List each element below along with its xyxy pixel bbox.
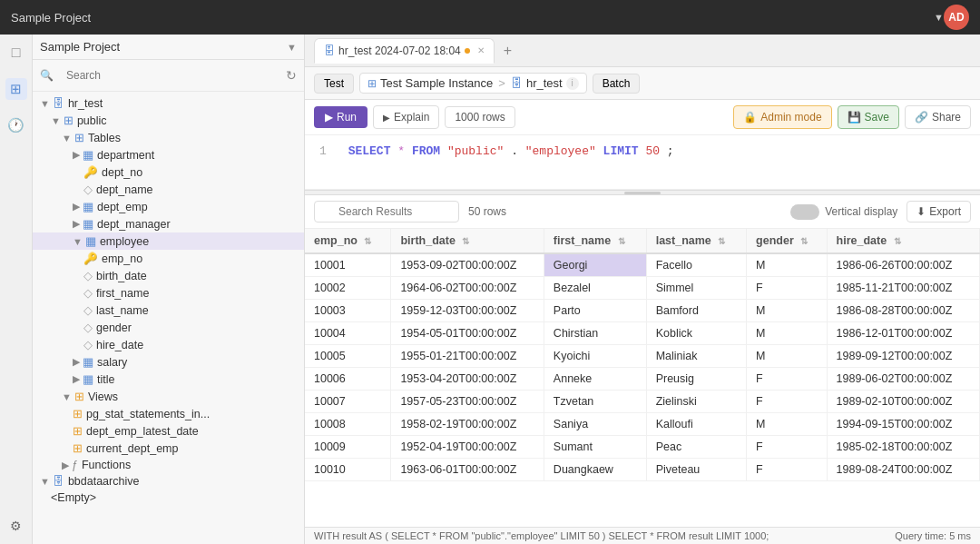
code-editor[interactable]: 1 SELECT * FROM "public" . "employee" LI… xyxy=(305,135,980,190)
tree-item-hire-date[interactable]: ◇ hire_date xyxy=(33,336,304,353)
table-cell[interactable]: M xyxy=(747,413,827,436)
table-cell[interactable]: 10010 xyxy=(305,459,391,481)
table-cell[interactable]: F xyxy=(747,277,827,300)
col-header-first-name[interactable]: first_name ⇅ xyxy=(544,229,646,253)
tree-item-functions[interactable]: ▶ ƒ Functions xyxy=(33,457,304,473)
tree-item-employee[interactable]: ▼ ▦ employee xyxy=(33,232,304,250)
col-header-last-name[interactable]: last_name ⇅ xyxy=(646,229,746,253)
table-cell[interactable]: Bamford xyxy=(646,300,746,322)
table-cell[interactable]: 1953-09-02T00:00:00Z xyxy=(391,253,544,277)
tree-item-first-name[interactable]: ◇ first_name xyxy=(33,284,304,302)
table-cell[interactable]: 1959-12-03T00:00:00Z xyxy=(391,300,544,322)
tree-item-department[interactable]: ▶ ▦ department xyxy=(33,146,304,163)
tree-item-gender[interactable]: ◇ gender xyxy=(33,319,304,336)
table-cell[interactable]: 10008 xyxy=(305,413,391,436)
table-cell[interactable]: 10003 xyxy=(305,300,391,322)
table-cell[interactable]: 1985-02-18T00:00:00Z xyxy=(827,436,979,459)
sidebar-refresh-button[interactable]: ↻ xyxy=(286,68,297,83)
table-cell[interactable]: 10007 xyxy=(305,391,391,413)
table-cell[interactable]: Tzvetan xyxy=(544,391,646,413)
table-cell[interactable]: 1964-06-02T00:00:00Z xyxy=(391,277,544,300)
table-cell[interactable]: 1994-09-15T00:00:00Z xyxy=(827,413,979,436)
table-cell[interactable]: F xyxy=(747,368,827,391)
run-button[interactable]: ▶ Run xyxy=(314,106,368,128)
tree-item-hr-test[interactable]: ▼ 🗄 hr_test xyxy=(33,95,304,112)
table-cell[interactable]: Zielinski xyxy=(646,391,746,413)
table-cell[interactable]: 10004 xyxy=(305,322,391,345)
table-cell[interactable]: Chirstian xyxy=(544,322,646,345)
breadcrumb-instance[interactable]: ⊞ Test Sample Instance > 🗄 hr_test i xyxy=(359,73,587,94)
admin-mode-button[interactable]: 🔒 Admin mode xyxy=(733,105,831,129)
tree-item-dept-emp[interactable]: ▶ ▦ dept_emp xyxy=(33,198,304,215)
test-button[interactable]: Test xyxy=(314,74,354,94)
tree-item-bbdataarchive[interactable]: ▼ 🗄 bbdataarchive xyxy=(33,473,304,490)
table-cell[interactable]: Saniya xyxy=(544,413,646,436)
col-header-gender[interactable]: gender ⇅ xyxy=(747,229,827,253)
table-cell[interactable]: 10001 xyxy=(305,253,391,277)
table-cell[interactable]: 1989-08-24T00:00:00Z xyxy=(827,459,979,481)
tree-item-last-name[interactable]: ◇ last_name xyxy=(33,302,304,319)
table-cell[interactable]: 1989-02-10T00:00:00Z xyxy=(827,391,979,413)
table-cell[interactable]: 1955-01-21T00:00:00Z xyxy=(391,345,544,368)
table-cell[interactable]: Maliniak xyxy=(646,345,746,368)
table-cell[interactable]: 1986-12-01T00:00:00Z xyxy=(827,322,979,345)
table-cell[interactable]: F xyxy=(747,459,827,481)
table-cell[interactable]: 10009 xyxy=(305,436,391,459)
table-cell[interactable]: M xyxy=(747,345,827,368)
col-header-hire-date[interactable]: hire_date ⇅ xyxy=(827,229,979,253)
table-cell[interactable]: Bezalel xyxy=(544,277,646,300)
table-cell[interactable]: 1989-06-02T00:00:00Z xyxy=(827,368,979,391)
tree-item-birth-date[interactable]: ◇ birth_date xyxy=(33,267,304,284)
table-cell[interactable]: 1952-04-19T00:00:00Z xyxy=(391,436,544,459)
tree-item-title[interactable]: ▶ ▦ title xyxy=(33,371,304,388)
tab-add-button[interactable]: + xyxy=(498,43,517,59)
tree-item-public[interactable]: ▼ ⊞ public xyxy=(33,112,304,129)
table-cell[interactable]: Sumant xyxy=(544,436,646,459)
table-cell[interactable]: 10005 xyxy=(305,345,391,368)
project-dropdown[interactable]: ▼ xyxy=(934,12,944,23)
sidebar-search-input[interactable] xyxy=(59,65,280,85)
sidebar-icon-history[interactable]: 🕐 xyxy=(5,114,27,136)
tab-close-button[interactable]: ✕ xyxy=(477,45,485,55)
table-cell[interactable]: M xyxy=(747,300,827,322)
save-button[interactable]: 💾 Save xyxy=(838,105,899,129)
tree-item-dept-manager[interactable]: ▶ ▦ dept_manager xyxy=(33,215,304,232)
tree-item-views[interactable]: ▼ ⊞ Views xyxy=(33,388,304,405)
table-cell[interactable]: F xyxy=(747,436,827,459)
share-button[interactable]: 🔗 Share xyxy=(905,105,971,129)
results-search-input[interactable] xyxy=(314,201,459,223)
rows-limit-badge[interactable]: 1000 rows xyxy=(445,106,514,128)
export-button[interactable]: ⬇ Export xyxy=(906,201,971,223)
sidebar-icon-database[interactable]: □ xyxy=(5,42,27,64)
table-cell[interactable]: 1986-06-26T00:00:00Z xyxy=(827,253,979,277)
table-cell[interactable]: Piveteau xyxy=(646,459,746,481)
sidebar-icon-schema[interactable]: ⊞ xyxy=(5,78,27,100)
vertical-display-toggle[interactable] xyxy=(790,204,819,220)
table-cell[interactable]: Koblick xyxy=(646,322,746,345)
col-header-emp-no[interactable]: emp_no ⇅ xyxy=(305,229,391,253)
table-cell[interactable]: 10002 xyxy=(305,277,391,300)
results-table-wrap[interactable]: emp_no ⇅ birth_date ⇅ first_name ⇅ last_… xyxy=(305,229,980,527)
table-cell[interactable]: 1986-08-28T00:00:00Z xyxy=(827,300,979,322)
avatar[interactable]: AD xyxy=(944,5,969,30)
tree-item-tables[interactable]: ▼ ⊞ Tables xyxy=(33,129,304,146)
table-cell[interactable]: Simmel xyxy=(646,277,746,300)
table-cell[interactable]: 1985-11-21T00:00:00Z xyxy=(827,277,979,300)
tree-item-current-dept-emp[interactable]: ⊞ current_dept_emp xyxy=(33,440,304,457)
table-cell[interactable]: Duangkaew xyxy=(544,459,646,481)
tree-item-salary[interactable]: ▶ ▦ salary xyxy=(33,353,304,371)
table-cell[interactable]: 1954-05-01T00:00:00Z xyxy=(391,322,544,345)
table-cell[interactable]: F xyxy=(747,391,827,413)
table-cell[interactable]: 1963-06-01T00:00:00Z xyxy=(391,459,544,481)
tree-item-emp-no[interactable]: 🔑 emp_no xyxy=(33,250,304,267)
tree-item-pg-stat[interactable]: ⊞ pg_stat_statements_in... xyxy=(33,405,304,422)
batch-button[interactable]: Batch xyxy=(593,74,641,94)
table-cell[interactable]: Anneke xyxy=(544,368,646,391)
sidebar-icon-settings[interactable]: ⚙ xyxy=(5,515,27,537)
table-cell[interactable]: Georgi xyxy=(544,253,646,277)
col-header-birth-date[interactable]: birth_date ⇅ xyxy=(391,229,544,253)
table-cell[interactable]: M xyxy=(747,253,827,277)
table-cell[interactable]: M xyxy=(747,322,827,345)
active-tab[interactable]: 🗄 hr_test 2024-07-02 18:04 ✕ xyxy=(314,38,495,64)
tree-item-dept-no[interactable]: 🔑 dept_no xyxy=(33,163,304,181)
